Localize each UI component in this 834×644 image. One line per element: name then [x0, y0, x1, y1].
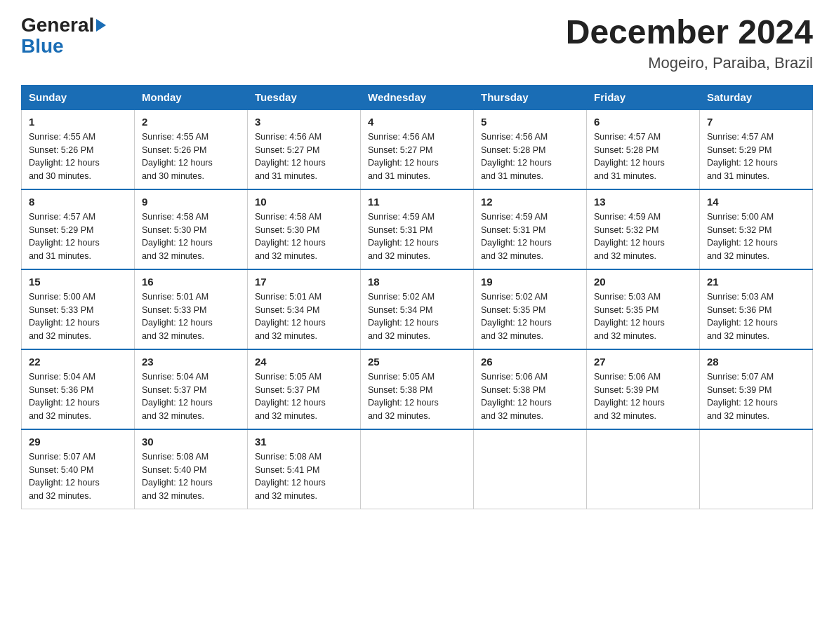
day-number: 28	[707, 356, 805, 368]
table-row: 22Sunrise: 5:04 AMSunset: 5:36 PMDayligh…	[22, 349, 813, 429]
day-number: 12	[481, 196, 579, 208]
table-cell: 1Sunrise: 4:55 AMSunset: 5:26 PMDaylight…	[22, 109, 135, 189]
day-info: Sunrise: 5:05 AMSunset: 5:38 PMDaylight:…	[368, 370, 466, 423]
col-saturday: Saturday	[700, 85, 813, 109]
day-number: 30	[142, 436, 240, 448]
day-number: 11	[368, 196, 466, 208]
day-number: 15	[29, 276, 127, 288]
day-info: Sunrise: 5:00 AMSunset: 5:33 PMDaylight:…	[29, 290, 127, 343]
table-cell: 24Sunrise: 5:05 AMSunset: 5:37 PMDayligh…	[248, 349, 361, 429]
day-info: Sunrise: 4:59 AMSunset: 5:31 PMDaylight:…	[368, 210, 466, 263]
day-info: Sunrise: 5:03 AMSunset: 5:35 PMDaylight:…	[594, 290, 692, 343]
day-info: Sunrise: 4:57 AMSunset: 5:28 PMDaylight:…	[594, 130, 692, 183]
day-number: 14	[707, 196, 805, 208]
day-info: Sunrise: 4:56 AMSunset: 5:27 PMDaylight:…	[368, 130, 466, 183]
table-cell: 13Sunrise: 4:59 AMSunset: 5:32 PMDayligh…	[587, 189, 700, 269]
day-number: 21	[707, 276, 805, 288]
day-info: Sunrise: 5:05 AMSunset: 5:37 PMDaylight:…	[255, 370, 353, 423]
calendar-subtitle: Mogeiro, Paraiba, Brazil	[566, 54, 813, 72]
table-cell: 18Sunrise: 5:02 AMSunset: 5:34 PMDayligh…	[361, 269, 474, 349]
table-row: 15Sunrise: 5:00 AMSunset: 5:33 PMDayligh…	[22, 269, 813, 349]
table-cell: 9Sunrise: 4:58 AMSunset: 5:30 PMDaylight…	[135, 189, 248, 269]
table-cell: 7Sunrise: 4:57 AMSunset: 5:29 PMDaylight…	[700, 109, 813, 189]
col-sunday: Sunday	[22, 85, 135, 109]
day-info: Sunrise: 5:04 AMSunset: 5:36 PMDaylight:…	[29, 370, 127, 423]
table-cell: 22Sunrise: 5:04 AMSunset: 5:36 PMDayligh…	[22, 349, 135, 429]
table-cell: 2Sunrise: 4:55 AMSunset: 5:26 PMDaylight…	[135, 109, 248, 189]
col-monday: Monday	[135, 85, 248, 109]
table-row: 8Sunrise: 4:57 AMSunset: 5:29 PMDaylight…	[22, 189, 813, 269]
day-number: 3	[255, 116, 353, 128]
table-cell: 29Sunrise: 5:07 AMSunset: 5:40 PMDayligh…	[22, 429, 135, 509]
day-info: Sunrise: 5:04 AMSunset: 5:37 PMDaylight:…	[142, 370, 240, 423]
table-cell: 28Sunrise: 5:07 AMSunset: 5:39 PMDayligh…	[700, 349, 813, 429]
table-cell: 19Sunrise: 5:02 AMSunset: 5:35 PMDayligh…	[474, 269, 587, 349]
day-info: Sunrise: 5:06 AMSunset: 5:39 PMDaylight:…	[594, 370, 692, 423]
day-number: 7	[707, 116, 805, 128]
day-info: Sunrise: 4:55 AMSunset: 5:26 PMDaylight:…	[142, 130, 240, 183]
day-number: 6	[594, 116, 692, 128]
table-cell	[361, 429, 474, 509]
table-cell: 14Sunrise: 5:00 AMSunset: 5:32 PMDayligh…	[700, 189, 813, 269]
page-header: General Blue December 2024 Mogeiro, Para…	[21, 14, 813, 72]
table-cell: 25Sunrise: 5:05 AMSunset: 5:38 PMDayligh…	[361, 349, 474, 429]
table-cell	[587, 429, 700, 509]
table-cell: 30Sunrise: 5:08 AMSunset: 5:40 PMDayligh…	[135, 429, 248, 509]
table-cell: 23Sunrise: 5:04 AMSunset: 5:37 PMDayligh…	[135, 349, 248, 429]
col-wednesday: Wednesday	[361, 85, 474, 109]
table-cell: 10Sunrise: 4:58 AMSunset: 5:30 PMDayligh…	[248, 189, 361, 269]
table-cell: 21Sunrise: 5:03 AMSunset: 5:36 PMDayligh…	[700, 269, 813, 349]
day-number: 26	[481, 356, 579, 368]
day-number: 23	[142, 356, 240, 368]
table-cell: 31Sunrise: 5:08 AMSunset: 5:41 PMDayligh…	[248, 429, 361, 509]
day-info: Sunrise: 4:56 AMSunset: 5:27 PMDaylight:…	[255, 130, 353, 183]
day-info: Sunrise: 4:58 AMSunset: 5:30 PMDaylight:…	[142, 210, 240, 263]
day-number: 18	[368, 276, 466, 288]
day-number: 17	[255, 276, 353, 288]
calendar-body: 1Sunrise: 4:55 AMSunset: 5:26 PMDaylight…	[22, 109, 813, 509]
day-number: 31	[255, 436, 353, 448]
table-cell: 20Sunrise: 5:03 AMSunset: 5:35 PMDayligh…	[587, 269, 700, 349]
col-thursday: Thursday	[474, 85, 587, 109]
day-info: Sunrise: 5:03 AMSunset: 5:36 PMDaylight:…	[707, 290, 805, 343]
day-number: 16	[142, 276, 240, 288]
day-number: 1	[29, 116, 127, 128]
day-number: 20	[594, 276, 692, 288]
logo: General Blue	[21, 14, 106, 58]
day-number: 13	[594, 196, 692, 208]
table-cell	[474, 429, 587, 509]
day-info: Sunrise: 4:57 AMSunset: 5:29 PMDaylight:…	[707, 130, 805, 183]
table-cell: 16Sunrise: 5:01 AMSunset: 5:33 PMDayligh…	[135, 269, 248, 349]
day-number: 5	[481, 116, 579, 128]
day-info: Sunrise: 4:57 AMSunset: 5:29 PMDaylight:…	[29, 210, 127, 263]
table-cell: 15Sunrise: 5:00 AMSunset: 5:33 PMDayligh…	[22, 269, 135, 349]
day-info: Sunrise: 5:07 AMSunset: 5:39 PMDaylight:…	[707, 370, 805, 423]
day-number: 24	[255, 356, 353, 368]
day-info: Sunrise: 5:06 AMSunset: 5:38 PMDaylight:…	[481, 370, 579, 423]
table-row: 29Sunrise: 5:07 AMSunset: 5:40 PMDayligh…	[22, 429, 813, 509]
col-friday: Friday	[587, 85, 700, 109]
day-info: Sunrise: 4:59 AMSunset: 5:31 PMDaylight:…	[481, 210, 579, 263]
header-row: Sunday Monday Tuesday Wednesday Thursday…	[22, 85, 813, 109]
day-info: Sunrise: 5:01 AMSunset: 5:33 PMDaylight:…	[142, 290, 240, 343]
table-cell	[700, 429, 813, 509]
day-number: 22	[29, 356, 127, 368]
day-number: 27	[594, 356, 692, 368]
table-cell: 27Sunrise: 5:06 AMSunset: 5:39 PMDayligh…	[587, 349, 700, 429]
logo-blue-text: Blue	[21, 35, 64, 58]
day-info: Sunrise: 5:00 AMSunset: 5:32 PMDaylight:…	[707, 210, 805, 263]
day-number: 10	[255, 196, 353, 208]
day-number: 29	[29, 436, 127, 448]
table-cell: 26Sunrise: 5:06 AMSunset: 5:38 PMDayligh…	[474, 349, 587, 429]
day-info: Sunrise: 4:55 AMSunset: 5:26 PMDaylight:…	[29, 130, 127, 183]
table-cell: 6Sunrise: 4:57 AMSunset: 5:28 PMDaylight…	[587, 109, 700, 189]
day-info: Sunrise: 4:58 AMSunset: 5:30 PMDaylight:…	[255, 210, 353, 263]
day-info: Sunrise: 5:08 AMSunset: 5:41 PMDaylight:…	[255, 450, 353, 503]
day-number: 4	[368, 116, 466, 128]
day-number: 25	[368, 356, 466, 368]
table-cell: 8Sunrise: 4:57 AMSunset: 5:29 PMDaylight…	[22, 189, 135, 269]
day-info: Sunrise: 5:02 AMSunset: 5:34 PMDaylight:…	[368, 290, 466, 343]
col-tuesday: Tuesday	[248, 85, 361, 109]
table-cell: 11Sunrise: 4:59 AMSunset: 5:31 PMDayligh…	[361, 189, 474, 269]
table-cell: 12Sunrise: 4:59 AMSunset: 5:31 PMDayligh…	[474, 189, 587, 269]
